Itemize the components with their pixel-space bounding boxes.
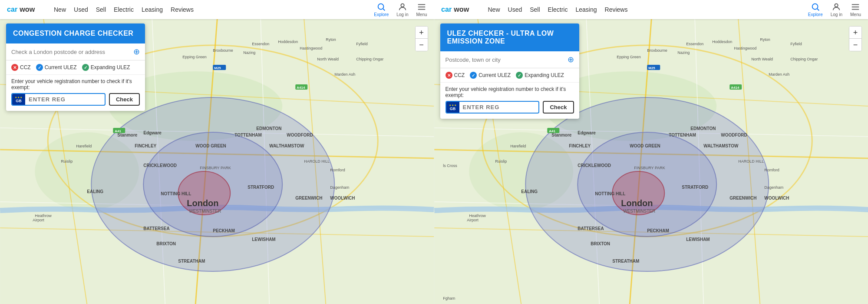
left-reg-input-row: ★★★ GB Check: [11, 93, 140, 106]
right-nav-reviews[interactable]: Reviews: [605, 6, 628, 13]
right-legend-ccz: ✕ CCZ: [446, 72, 465, 79]
left-nav-new[interactable]: New: [54, 6, 66, 13]
svg-text:STREATHAM: STREATHAM: [178, 259, 205, 264]
svg-text:STREATHAM: STREATHAM: [612, 259, 639, 264]
left-legend-ccz: ✕ CCZ: [11, 64, 31, 71]
right-menu-btn[interactable]: Menu: [850, 2, 861, 17]
svg-text:Fgham: Fgham: [443, 296, 455, 301]
svg-text:WESTMINSTER: WESTMINSTER: [189, 209, 221, 214]
right-card-header: ULEZ Checker - Ultra Low Emission Zone: [440, 23, 579, 51]
svg-text:Hoddesdon: Hoddesdon: [712, 40, 732, 44]
right-panel: car wow New Used Sell Electric Leasing R…: [434, 0, 868, 304]
svg-text:WOOD GREEN: WOOD GREEN: [630, 144, 660, 148]
svg-text:Marden Ash: Marden Ash: [334, 72, 355, 77]
right-legend-row: ✕ CCZ ✓ Current ULEZ ✓ Expanding ULEZ: [440, 68, 579, 83]
left-nav-links: New Used Sell Electric Leasing Reviews: [54, 6, 374, 13]
left-navbar: car wow New Used Sell Electric Leasing R…: [0, 0, 434, 19]
svg-text:Epping Green: Epping Green: [182, 55, 207, 59]
left-location-icon[interactable]: ⊕: [133, 47, 140, 57]
svg-text:EALING: EALING: [87, 189, 103, 194]
left-explore-btn[interactable]: Explore: [374, 2, 389, 17]
right-check-button[interactable]: Check: [543, 101, 574, 114]
svg-text:WOOD GREEN: WOOD GREEN: [195, 144, 226, 148]
right-zoom-in[interactable]: +: [849, 27, 861, 39]
right-card-search[interactable]: ⊕: [440, 51, 579, 68]
svg-text:Hastingwood: Hastingwood: [734, 46, 756, 50]
svg-text:Ruislip: Ruislip: [495, 159, 507, 164]
left-nav-reviews[interactable]: Reviews: [171, 6, 194, 13]
right-zoom-controls: + −: [849, 26, 862, 51]
right-nav-sell[interactable]: Sell: [530, 6, 540, 13]
svg-text:Nazing: Nazing: [243, 50, 255, 55]
svg-text:WALTHAMSTOW: WALTHAMSTOW: [703, 144, 739, 148]
left-zoom-in[interactable]: +: [416, 27, 428, 39]
svg-text:North Weald: North Weald: [751, 57, 773, 61]
right-reg-input[interactable]: [459, 102, 539, 112]
svg-text:Romford: Romford: [764, 168, 779, 172]
svg-text:WOODFORD: WOODFORD: [721, 133, 747, 137]
svg-text:EDMONTON: EDMONTON: [256, 126, 281, 131]
left-nav-leasing[interactable]: Leasing: [142, 6, 163, 13]
left-zoom-controls: + −: [415, 26, 428, 51]
svg-text:Hastingwood: Hastingwood: [300, 46, 322, 50]
svg-point-75: [835, 4, 838, 7]
svg-line-3: [383, 9, 385, 10]
right-nav-new[interactable]: New: [488, 6, 500, 13]
svg-point-4: [401, 4, 404, 7]
left-card-header: CONGESTION CHARGE CHECKER: [6, 23, 145, 43]
svg-text:Stanmore: Stanmore: [551, 133, 572, 137]
left-reg-input[interactable]: [25, 94, 105, 104]
svg-text:A41: A41: [549, 129, 555, 133]
left-logo[interactable]: car wow: [7, 5, 45, 14]
left-reg-label: Enter your vehicle registration number t…: [11, 78, 140, 90]
left-legend-current-ulez: ✓ Current ULEZ: [36, 64, 77, 71]
svg-text:NOTTING HILL: NOTTING HILL: [595, 191, 625, 196]
left-login-btn[interactable]: Log in: [396, 2, 408, 17]
right-reg-input-row: ★★★ GB Check: [446, 101, 574, 114]
svg-text:Edgware: Edgware: [578, 130, 596, 135]
left-nav-electric[interactable]: Electric: [114, 6, 134, 13]
svg-text:Stanmore: Stanmore: [117, 133, 138, 137]
svg-text:WOODFORD: WOODFORD: [287, 133, 313, 137]
svg-text:FINCHLEY: FINCHLEY: [135, 144, 156, 148]
right-search-input[interactable]: [446, 57, 564, 63]
left-reg-flag-input[interactable]: ★★★ GB: [11, 93, 106, 106]
right-reg-label: Enter your vehicle registration number t…: [446, 86, 574, 98]
svg-text:WESTMINSTER: WESTMINSTER: [623, 209, 655, 214]
svg-text:London: London: [187, 198, 218, 208]
svg-text:Broxbourne: Broxbourne: [213, 48, 233, 53]
left-check-button[interactable]: Check: [109, 93, 140, 106]
svg-point-2: [378, 4, 384, 10]
svg-text:TOTTENHAM: TOTTENHAM: [669, 133, 696, 137]
left-card-search[interactable]: ⊕: [6, 43, 145, 60]
svg-text:Ryton: Ryton: [760, 37, 770, 42]
left-legend-row: ✕ CCZ ✓ Current ULEZ ✓ Expanding ULEZ: [6, 60, 145, 75]
right-navbar: car wow New Used Sell Electric Leasing R…: [434, 0, 868, 19]
right-nav-electric[interactable]: Electric: [548, 6, 568, 13]
right-nav-leasing[interactable]: Leasing: [575, 6, 597, 13]
right-login-btn[interactable]: Log in: [831, 2, 842, 17]
right-reg-flag-input[interactable]: ★★★ GB: [446, 101, 540, 114]
right-nav-used[interactable]: Used: [508, 6, 522, 13]
left-zoom-out[interactable]: −: [416, 39, 428, 51]
svg-text:EALING: EALING: [521, 189, 538, 194]
svg-text:WALTHAMSTOW: WALTHAMSTOW: [269, 144, 304, 148]
left-menu-btn[interactable]: Menu: [416, 2, 427, 17]
svg-text:Hoddesdon: Hoddesdon: [278, 40, 298, 44]
left-nav-sell[interactable]: Sell: [96, 6, 106, 13]
svg-text:Ruislip: Ruislip: [61, 159, 73, 164]
right-explore-btn[interactable]: Explore: [808, 2, 823, 17]
right-logo[interactable]: car wow: [441, 5, 479, 14]
svg-text:Essendon: Essendon: [252, 42, 269, 46]
right-flag-box: ★★★ GB: [446, 102, 459, 113]
right-zoom-out[interactable]: −: [849, 39, 861, 51]
right-ccz-dot: ✕: [446, 72, 452, 79]
right-location-icon[interactable]: ⊕: [568, 55, 574, 64]
svg-text:PECKHAM: PECKHAM: [213, 228, 235, 233]
svg-text:M25: M25: [214, 66, 221, 70]
svg-text:Harefield: Harefield: [510, 144, 526, 148]
left-card-reg: Enter your vehicle registration number t…: [6, 75, 145, 111]
left-nav-used[interactable]: Used: [74, 6, 88, 13]
left-search-input[interactable]: [11, 49, 130, 55]
svg-text:ls Cross: ls Cross: [443, 164, 457, 168]
